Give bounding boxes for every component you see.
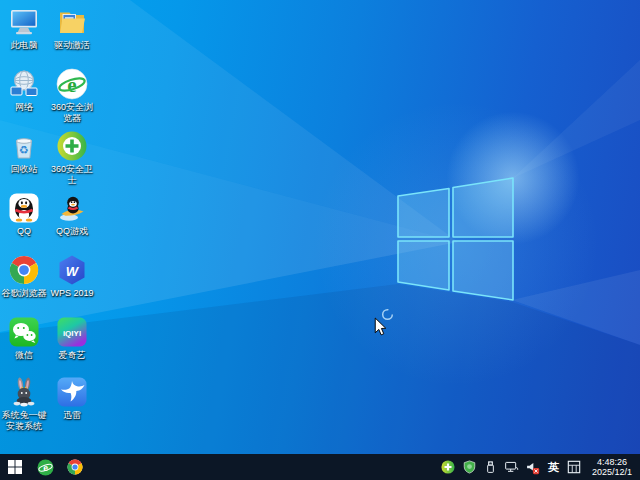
desktop-icon-wechat[interactable]: 微信 <box>0 316 48 361</box>
desktop-icon-driver-activation[interactable]: 驱动激活 <box>48 6 96 51</box>
svg-text:e: e <box>67 73 76 97</box>
desktop-icon-wps[interactable]: W WPS 2019 <box>48 254 96 299</box>
wps-2019-icon: W <box>56 254 88 286</box>
chrome-icon <box>8 254 40 286</box>
usb-icon <box>484 460 497 475</box>
ime-language-indicator[interactable]: 英 <box>545 460 562 475</box>
start-button[interactable] <box>0 454 30 480</box>
xunlei-bird-icon <box>56 376 88 408</box>
iqiyi-icon: iQIYI <box>56 316 88 348</box>
desktop-icon-label: 驱动激活 <box>54 40 90 51</box>
clock-time: 4:48:26 <box>592 457 632 468</box>
desktop-icon-label: 爱奇艺 <box>59 350 86 361</box>
qq-games-icon <box>56 192 88 224</box>
taskbar-clock[interactable]: 4:48:26 2025/12/1 <box>587 457 637 478</box>
desktop-icon-xunlei[interactable]: 迅雷 <box>48 376 96 421</box>
clock-date: 2025/12/1 <box>592 467 632 478</box>
svg-text:W: W <box>66 264 80 279</box>
desktop-icon-system-rabbit[interactable]: 系统兔一键安装系统 <box>0 376 48 432</box>
taskbar-chrome-button[interactable] <box>60 454 90 480</box>
svg-text:iQIYI: iQIYI <box>63 329 81 338</box>
tray-360-safety-guard[interactable] <box>440 456 457 478</box>
desktop-icon-network[interactable]: 网络 <box>0 68 48 113</box>
desktop-icon-label: QQ游戏 <box>56 226 88 237</box>
taskbar-360-browser-button[interactable]: e <box>30 454 60 480</box>
desktop-icon-360-browser[interactable]: e 360安全浏览器 <box>48 68 96 124</box>
desktop-icon-360-safety-guard[interactable]: 360安全卫士 <box>48 130 96 186</box>
system-tray: 英 4:48:26 2025/12/1 <box>440 454 640 480</box>
desktop-icon-label: WPS 2019 <box>50 288 93 299</box>
tray-security-shield[interactable] <box>461 456 478 478</box>
recycle-bin-icon: ♻ <box>8 130 40 162</box>
360-browser-icon: e <box>37 459 54 476</box>
speaker-mute-icon <box>525 460 540 475</box>
desktop-icon-label: 谷歌浏览器 <box>2 288 47 299</box>
tray-volume-muted[interactable] <box>524 456 541 478</box>
desktop-icon-chrome[interactable]: 谷歌浏览器 <box>0 254 48 299</box>
network-display-icon <box>504 460 519 474</box>
system-rabbit-icon <box>8 376 40 408</box>
desktop-icon-label: 360安全卫士 <box>48 164 96 186</box>
windows-desktop: 此电脑 驱动激活 网络 <box>0 0 640 480</box>
svg-text:♻: ♻ <box>19 144 29 156</box>
qq-penguin-icon <box>8 192 40 224</box>
360-safety-guard-icon <box>56 130 88 162</box>
360-browser-icon: e <box>56 68 88 100</box>
desktop-icon-label: 迅雷 <box>63 410 81 421</box>
desktop-icon-this-pc[interactable]: 此电脑 <box>0 6 48 51</box>
tray-usb-device[interactable] <box>482 456 499 478</box>
wechat-icon <box>8 316 40 348</box>
desktop-icon-qq[interactable]: QQ <box>0 192 48 237</box>
desktop-icon-label: 此电脑 <box>11 40 38 51</box>
360-safety-guard-icon <box>441 460 455 474</box>
wallpaper <box>0 0 640 480</box>
chrome-icon <box>67 459 83 475</box>
desktop-icon-iqiyi[interactable]: iQIYI 爱奇艺 <box>48 316 96 361</box>
mouse-cursor <box>374 317 387 337</box>
desktop-icon-label: 网络 <box>15 102 33 113</box>
ime-grid-icon <box>567 460 581 474</box>
desktop-icon-label: QQ <box>17 226 31 237</box>
desktop-icon-qq-games[interactable]: QQ游戏 <box>48 192 96 237</box>
windows-logo-wallpaper <box>394 172 518 306</box>
desktop-icon-label: 回收站 <box>11 164 38 175</box>
desktop-icon-label: 系统兔一键安装系统 <box>0 410 48 432</box>
taskbar: e <box>0 454 640 480</box>
desktop-icon-recycle-bin[interactable]: ♻ 回收站 <box>0 130 48 175</box>
network-globe-icon <box>8 68 40 100</box>
desktop-icon-label: 360安全浏览器 <box>48 102 96 124</box>
this-pc-icon <box>8 6 40 38</box>
desktop-icon-label: 微信 <box>15 350 33 361</box>
shield-icon <box>463 460 476 474</box>
driver-activation-folder-icon <box>56 6 88 38</box>
ime-mode-button[interactable] <box>566 456 583 478</box>
windows-start-icon <box>8 460 22 474</box>
tray-network[interactable] <box>503 456 520 478</box>
